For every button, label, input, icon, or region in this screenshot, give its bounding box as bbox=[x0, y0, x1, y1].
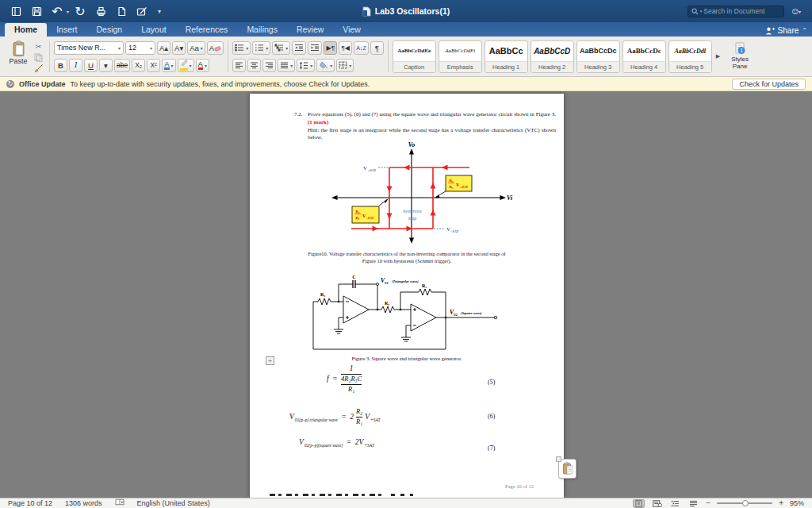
justify-button[interactable]: ▾ bbox=[278, 59, 295, 72]
tab-layout[interactable]: Layout bbox=[132, 23, 176, 37]
underline-caret[interactable]: ▾ bbox=[99, 59, 113, 72]
style-caption[interactable]: AaBbCcDdEeCaption bbox=[393, 40, 436, 73]
box-left-den: R₁ bbox=[355, 216, 360, 220]
style-emphasis[interactable]: AaBbCcDdEiEmphasis bbox=[439, 40, 482, 73]
sort-button[interactable]: A↓Z bbox=[354, 41, 368, 55]
borders-button[interactable]: ▾ bbox=[336, 59, 354, 72]
numbered-list-icon bbox=[255, 44, 264, 52]
status-page-indicator[interactable]: Page 10 of 12 bbox=[8, 499, 52, 507]
bold-button[interactable]: B bbox=[54, 59, 67, 72]
sidebar-toggle-icon[interactable] bbox=[8, 3, 24, 19]
tab-home[interactable]: Home bbox=[5, 23, 47, 37]
undo-caret-icon[interactable]: ▾ bbox=[67, 9, 69, 14]
grow-font-button[interactable]: A▴ bbox=[157, 41, 170, 55]
draft-view-button[interactable] bbox=[688, 499, 699, 508]
paste-label: Paste bbox=[9, 57, 27, 65]
shrink-font-button[interactable]: A▾ bbox=[172, 41, 186, 55]
redo-icon[interactable]: ↻ bbox=[72, 3, 88, 19]
outline-view-button[interactable] bbox=[669, 499, 681, 508]
paste-button[interactable]: Paste bbox=[5, 39, 32, 74]
show-marks-button[interactable]: ¶ bbox=[370, 41, 384, 55]
tab-review[interactable]: Review bbox=[287, 23, 333, 37]
format-brush-icon[interactable] bbox=[32, 63, 45, 74]
status-word-count[interactable]: 1306 words bbox=[65, 499, 102, 507]
strikethrough-button[interactable]: abe bbox=[114, 59, 130, 72]
italic-button[interactable]: I bbox=[69, 59, 82, 72]
font-name-combo[interactable]: Times New R...▾ bbox=[54, 41, 124, 55]
rtl-paragraph-button[interactable]: ¶◀ bbox=[339, 41, 352, 55]
share-person-icon bbox=[765, 27, 775, 35]
style-heading2[interactable]: AaBbCcDHeading 2 bbox=[530, 40, 574, 73]
paste-options-button[interactable] bbox=[558, 459, 576, 479]
print-icon[interactable] bbox=[93, 3, 109, 19]
zoom-percent[interactable]: 95% bbox=[790, 499, 804, 507]
toolbar-options-icon[interactable]: ▾ bbox=[151, 3, 167, 19]
align-right-icon bbox=[265, 62, 274, 69]
format-painter-icon[interactable] bbox=[134, 3, 150, 19]
object-anchor-icon[interactable]: + bbox=[266, 356, 274, 365]
zoom-slider-knob[interactable] bbox=[742, 500, 749, 506]
eq6-tag: (6) bbox=[488, 413, 495, 420]
styles-gallery-more-icon[interactable]: ▶ bbox=[714, 53, 722, 60]
increase-indent-button[interactable] bbox=[308, 41, 322, 55]
shading-button[interactable]: ▾ bbox=[316, 59, 335, 72]
ribbon-collapse-icon[interactable]: ⌃ bbox=[802, 27, 807, 34]
document-page[interactable]: 7.2. Prove equations (5), (6) and (7) us… bbox=[250, 94, 564, 498]
decrease-indent-button[interactable] bbox=[292, 41, 306, 55]
multilevel-list-button[interactable]: ▾ bbox=[272, 41, 290, 55]
tab-mailings[interactable]: Mailings bbox=[237, 23, 287, 37]
check-for-updates-button[interactable]: Check for Updates bbox=[732, 79, 806, 90]
cut-icon[interactable]: ✂ bbox=[32, 40, 45, 52]
font-size-combo[interactable]: 12▾ bbox=[125, 41, 155, 55]
new-document-icon[interactable] bbox=[113, 3, 129, 19]
superscript-button[interactable]: X² bbox=[147, 59, 160, 72]
text-effects-button[interactable]: A▾ bbox=[162, 59, 175, 72]
style-heading3[interactable]: AaBbCcDcHeading 3 bbox=[576, 40, 620, 73]
align-right-button[interactable] bbox=[262, 59, 276, 72]
subscript-button[interactable]: X₂ bbox=[132, 59, 145, 72]
feedback-smiley-icon[interactable]: ☺▾ bbox=[791, 6, 804, 17]
section-hint: Hint: the first stage is an integrator w… bbox=[308, 127, 556, 141]
tab-view[interactable]: View bbox=[333, 23, 370, 37]
paint-bucket-icon bbox=[319, 61, 328, 69]
line-spacing-button[interactable]: ▾ bbox=[297, 59, 315, 72]
print-layout-view-button[interactable] bbox=[633, 499, 645, 508]
bullet-list-button[interactable]: ▾ bbox=[232, 41, 251, 55]
zoom-in-button[interactable]: + bbox=[779, 499, 783, 507]
zoom-out-button[interactable]: − bbox=[706, 499, 710, 507]
zoom-slider[interactable] bbox=[717, 502, 772, 504]
share-button[interactable]: Share ⌃ bbox=[765, 26, 807, 37]
vneg-label: V bbox=[446, 226, 450, 232]
tab-insert[interactable]: Insert bbox=[47, 23, 86, 37]
align-left-button[interactable] bbox=[232, 59, 246, 72]
search-input[interactable] bbox=[703, 7, 779, 15]
status-language[interactable]: English (United States) bbox=[137, 499, 210, 507]
undo-icon[interactable]: ↶ bbox=[49, 3, 65, 19]
vo1-note: (Triangular wave) bbox=[392, 279, 419, 283]
tab-design[interactable]: Design bbox=[86, 23, 132, 37]
numbered-list-button[interactable]: ▾ bbox=[252, 41, 270, 55]
highlight-button[interactable]: ▾ bbox=[178, 59, 194, 72]
tab-references[interactable]: References bbox=[176, 23, 238, 37]
ltr-paragraph-button[interactable]: ▶¶ bbox=[324, 41, 337, 55]
copy-icon[interactable] bbox=[32, 52, 45, 63]
search-scope-caret-icon[interactable]: ▾ bbox=[700, 9, 703, 13]
style-heading4[interactable]: AaBbCcDcHeading 4 bbox=[622, 40, 666, 73]
web-layout-view-button[interactable] bbox=[651, 499, 663, 508]
change-case-button[interactable]: Aa▾ bbox=[187, 41, 205, 55]
eraser-icon bbox=[214, 44, 221, 52]
align-center-button[interactable] bbox=[247, 59, 261, 72]
save-icon[interactable] bbox=[29, 3, 44, 19]
office-update-bar: ↻ Office Update To keep up-to-date with … bbox=[0, 77, 812, 91]
spellcheck-icon[interactable] bbox=[115, 498, 124, 508]
underline-button[interactable]: U bbox=[84, 59, 98, 72]
styles-pane-button[interactable]: 1 Styles Pane bbox=[723, 38, 756, 75]
style-heading5[interactable]: AaBbCcDdlHeading 5 bbox=[668, 40, 712, 73]
clear-formatting-button[interactable]: A bbox=[207, 41, 224, 55]
font-color-button[interactable]: A▾ bbox=[196, 59, 209, 72]
eq5-tag: (5) bbox=[488, 379, 495, 386]
search-box[interactable]: ▾ bbox=[688, 6, 784, 17]
update-message: To keep up-to-date with security updates… bbox=[71, 80, 370, 88]
style-heading1[interactable]: AaBbCcHeading 1 bbox=[485, 40, 528, 73]
next-page-text-fragment bbox=[270, 494, 385, 496]
